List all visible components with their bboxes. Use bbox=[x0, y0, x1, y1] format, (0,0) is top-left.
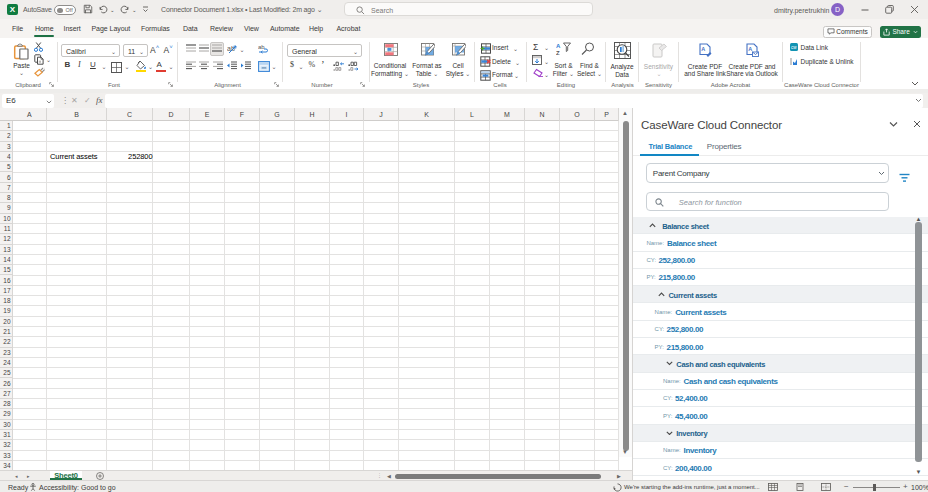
insert-function-icon[interactable]: fx bbox=[96, 95, 103, 105]
ribbon-tab-home[interactable]: Home bbox=[35, 19, 53, 38]
column-header-N[interactable]: N bbox=[525, 108, 560, 121]
orientation-chevron-icon[interactable]: ⌄ bbox=[240, 45, 245, 52]
autosum-icon[interactable]: Σ bbox=[533, 42, 538, 52]
create-pdf-outlook-icon[interactable]: A bbox=[746, 43, 759, 57]
qat-customize-icon[interactable] bbox=[142, 6, 149, 13]
create-pdf-outlook-label2[interactable]: Share via Outlook bbox=[722, 70, 782, 77]
font-dialog-launcher[interactable] bbox=[168, 82, 173, 87]
status-accessibility[interactable]: Accessibility: Good to go bbox=[39, 484, 116, 491]
format-cells-label[interactable]: Format bbox=[492, 71, 513, 78]
avatar[interactable]: D bbox=[831, 3, 844, 16]
field-value[interactable]: Balance sheet bbox=[667, 239, 716, 248]
row-header-30[interactable]: 30 bbox=[0, 420, 13, 430]
redo-icon[interactable] bbox=[120, 4, 130, 14]
format-painter-icon[interactable] bbox=[34, 67, 45, 77]
increase-decimal-icon[interactable] bbox=[333, 61, 345, 71]
ribbon-tab-page-layout[interactable]: Page Layout bbox=[92, 19, 131, 38]
underline-chevron-icon[interactable]: ⌄ bbox=[102, 63, 107, 70]
font-size-combo[interactable]: 11⌄ bbox=[123, 44, 148, 57]
column-header-K[interactable]: K bbox=[399, 108, 455, 121]
user-name[interactable]: dmitry.peretrukhin bbox=[774, 7, 830, 14]
format-as-table-icon[interactable] bbox=[421, 43, 435, 56]
duplicate-unlink-icon[interactable] bbox=[790, 57, 799, 66]
alignment-dialog-launcher[interactable] bbox=[274, 82, 279, 87]
zoom-slider-track[interactable] bbox=[853, 487, 900, 488]
row-header-1[interactable]: 1 bbox=[0, 121, 13, 131]
row-header-21[interactable]: 21 bbox=[0, 327, 13, 337]
paste-icon[interactable] bbox=[13, 43, 30, 60]
maximize-button[interactable] bbox=[877, 0, 902, 19]
undo-chevron-icon[interactable]: ⌄ bbox=[110, 7, 115, 13]
column-header-P[interactable]: P bbox=[595, 108, 619, 121]
bottom-align-icon[interactable] bbox=[212, 44, 222, 53]
row-header-5[interactable]: 5 bbox=[0, 162, 13, 172]
row-header-7[interactable]: 7 bbox=[0, 183, 13, 193]
close-button[interactable] bbox=[902, 0, 927, 19]
merge-center-icon[interactable] bbox=[258, 61, 270, 72]
find-select-icon[interactable] bbox=[581, 42, 596, 56]
formula-bar-expand-icon[interactable] bbox=[915, 98, 922, 103]
column-header-G[interactable]: G bbox=[260, 108, 295, 121]
tree-section-balance-sheet[interactable]: Balance sheet bbox=[633, 217, 928, 234]
decrease-indent-icon[interactable] bbox=[226, 61, 237, 70]
row-header-4[interactable]: 4 bbox=[0, 152, 13, 162]
increase-font-icon[interactable]: A˄ bbox=[150, 44, 159, 55]
cell-B4[interactable]: Current assets bbox=[47, 152, 107, 162]
ribbon-tab-help[interactable]: Help bbox=[309, 19, 323, 38]
row-header-2[interactable]: 2 bbox=[0, 131, 13, 141]
comments-button[interactable]: Comments bbox=[823, 26, 872, 38]
increase-indent-icon[interactable] bbox=[240, 61, 251, 70]
row-header-3[interactable]: 3 bbox=[0, 142, 13, 152]
sheet-next-icon[interactable]: ▸ bbox=[27, 473, 30, 479]
ribbon-tab-acrobat[interactable]: Acrobat bbox=[337, 19, 361, 38]
align-right-icon[interactable] bbox=[213, 61, 223, 70]
delete-cells-label[interactable]: Delete bbox=[492, 58, 511, 65]
format-cells-icon[interactable] bbox=[480, 70, 491, 81]
row-header-31[interactable]: 31 bbox=[0, 430, 13, 440]
ribbon-tab-formulas[interactable]: Formulas bbox=[141, 19, 170, 38]
cut-icon[interactable] bbox=[34, 42, 43, 52]
duplicate-unlink-label[interactable]: Duplicate & Unlink bbox=[801, 58, 854, 65]
row-header-27[interactable]: 27 bbox=[0, 389, 13, 399]
row-header-23[interactable]: 23 bbox=[0, 348, 13, 358]
column-header-F[interactable]: F bbox=[225, 108, 260, 121]
formula-input[interactable] bbox=[105, 94, 923, 108]
row-header-26[interactable]: 26 bbox=[0, 379, 13, 389]
pane-scroll-down-icon[interactable]: ▼ bbox=[916, 469, 922, 475]
field-value[interactable]: 215,800.00 bbox=[667, 343, 704, 352]
row-header-20[interactable]: 20 bbox=[0, 317, 13, 327]
save-icon[interactable] bbox=[83, 4, 93, 14]
formula-cancel-icon[interactable]: ✕ bbox=[71, 96, 78, 105]
row-header-24[interactable]: 24 bbox=[0, 358, 13, 368]
analyze-data-icon[interactable] bbox=[614, 42, 631, 59]
row-header-11[interactable]: 11 bbox=[0, 224, 13, 234]
row-header-12[interactable]: 12 bbox=[0, 234, 13, 244]
cell-styles-icon[interactable] bbox=[452, 43, 466, 56]
field-value[interactable]: 200,400.00 bbox=[675, 464, 712, 473]
row-header-33[interactable]: 33 bbox=[0, 451, 13, 461]
hscroll-left-icon[interactable]: ◀ bbox=[387, 473, 391, 479]
accounting-chevron-icon[interactable]: ⌄ bbox=[299, 63, 304, 70]
page-layout-view-icon[interactable] bbox=[795, 483, 805, 491]
column-header-J[interactable]: J bbox=[364, 108, 399, 121]
scroll-down-icon[interactable]: ▼ bbox=[622, 449, 628, 455]
fill-icon[interactable] bbox=[532, 55, 542, 65]
ribbon-tab-insert[interactable]: Insert bbox=[64, 19, 81, 38]
ribbon-tab-review[interactable]: Review bbox=[210, 19, 233, 38]
name-box[interactable]: E6 bbox=[2, 94, 54, 108]
entity-dropdown[interactable]: Parent Company bbox=[646, 163, 889, 183]
pane-close-icon[interactable] bbox=[913, 120, 921, 128]
column-header-C[interactable]: C bbox=[107, 108, 153, 121]
column-header-B[interactable]: B bbox=[47, 108, 107, 121]
clipboard-dialog-launcher[interactable] bbox=[49, 82, 54, 87]
spreadsheet[interactable]: ABCDEFGHIJKLMNOP 12345678910111213141516… bbox=[0, 108, 632, 470]
page-break-view-icon[interactable] bbox=[821, 483, 831, 491]
copy-chevron-icon[interactable]: ⌄ bbox=[46, 56, 51, 63]
insert-cells-icon[interactable] bbox=[480, 43, 491, 54]
sheet-tab[interactable]: Sheet0 bbox=[50, 471, 82, 480]
create-pdf-share-link-icon[interactable]: A bbox=[699, 43, 712, 57]
redo-chevron-icon[interactable]: ⌄ bbox=[132, 7, 137, 13]
expand-icon[interactable] bbox=[666, 431, 673, 436]
normal-view-icon[interactable] bbox=[768, 483, 778, 491]
fill-color-chevron-icon[interactable]: ⌄ bbox=[148, 63, 153, 70]
